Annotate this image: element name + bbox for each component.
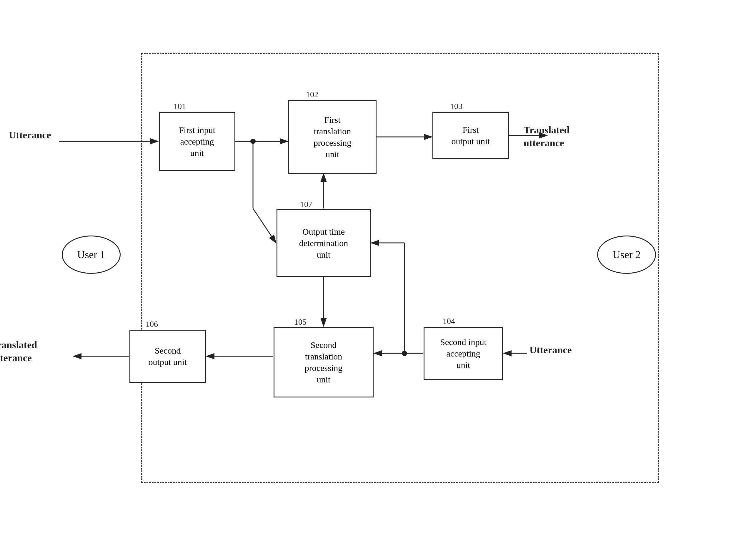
- label-105: 105: [294, 318, 307, 327]
- translated-utterance-left-label: Translatedutterance: [0, 339, 37, 365]
- second-output-unit: Secondoutput unit: [129, 330, 206, 383]
- label-103: 103: [450, 102, 462, 111]
- user2-ellipse: User 2: [597, 235, 656, 274]
- label-101: 101: [174, 102, 186, 111]
- translated-utterance-right-label: Translatedutterance: [524, 124, 570, 149]
- second-input-accepting-unit: Second inputacceptingunit: [424, 327, 503, 380]
- label-107: 107: [300, 199, 312, 209]
- output-time-determination-unit: Output timedeterminationunit: [277, 209, 371, 277]
- label-106: 106: [146, 320, 158, 329]
- label-104: 104: [443, 317, 455, 326]
- user1-ellipse: User 1: [62, 235, 121, 274]
- first-translation-processing-unit: Firsttranslationprocessingunit: [288, 100, 377, 174]
- utterance-left-label: Utterance: [9, 129, 51, 141]
- first-output-unit: Firstoutput unit: [432, 112, 509, 159]
- first-input-accepting-unit: First inputacceptingunit: [159, 112, 235, 171]
- utterance-right-label: Utterance: [529, 345, 572, 356]
- diagram-container: 101 102 103 107 105 106 104 First inputa…: [59, 35, 697, 501]
- second-translation-processing-unit: Secondtranslationprocessingunit: [274, 327, 374, 398]
- label-102: 102: [306, 90, 318, 99]
